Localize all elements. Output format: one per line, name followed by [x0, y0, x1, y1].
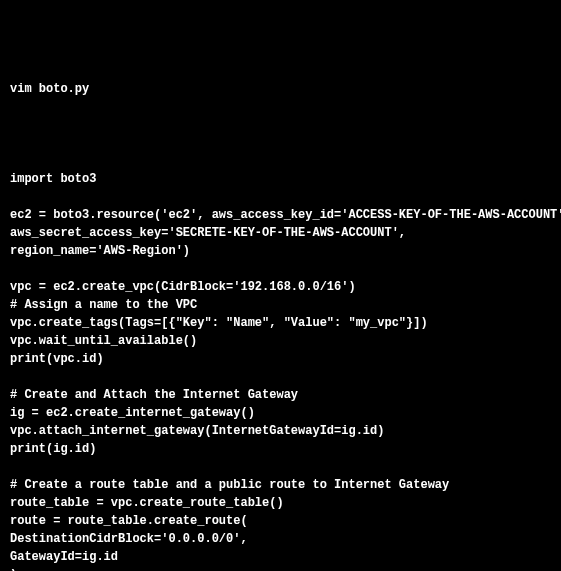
code-line: import boto3	[10, 172, 96, 186]
code-line: vpc.create_tags(Tags=[{"Key": "Name", "V…	[10, 316, 428, 330]
code-line: print(ig.id)	[10, 442, 96, 456]
code-line: route = route_table.create_route(	[10, 514, 248, 528]
code-line: ec2 = boto3.resource('ec2', aws_access_k…	[10, 208, 561, 222]
code-line: region_name='AWS-Region')	[10, 244, 190, 258]
code-line: DestinationCidrBlock='0.0.0.0/0',	[10, 532, 248, 546]
terminal-output: vim boto.py import boto3 ec2 = boto3.res…	[10, 80, 551, 571]
code-line: route_table = vpc.create_route_table()	[10, 496, 284, 510]
code-comment: # Assign a name to the VPC	[10, 298, 197, 312]
code-line: vpc = ec2.create_vpc(CidrBlock='192.168.…	[10, 280, 356, 294]
code-line: print(vpc.id)	[10, 352, 104, 366]
code-line: vpc.attach_internet_gateway(InternetGate…	[10, 424, 384, 438]
code-line: aws_secret_access_key='SECRETE-KEY-OF-TH…	[10, 226, 406, 240]
vim-command: vim boto.py	[10, 82, 89, 96]
code-comment: # Create and Attach the Internet Gateway	[10, 388, 298, 402]
code-line: vpc.wait_until_available()	[10, 334, 197, 348]
code-line: GatewayId=ig.id	[10, 550, 118, 564]
code-comment: # Create a route table and a public rout…	[10, 478, 449, 492]
code-line: ig = ec2.create_internet_gateway()	[10, 406, 255, 420]
